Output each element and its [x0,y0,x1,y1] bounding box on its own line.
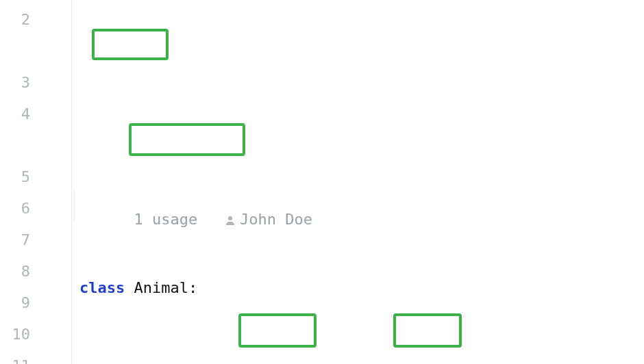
line-number: 8 [0,256,30,287]
colon: : [188,279,197,296]
author-annotation[interactable]: John Doe [225,211,312,228]
line-number: 7 [0,224,30,256]
line-number: 10 [0,319,30,350]
line-number: 2 [0,4,30,36]
line-number: 11 [0,350,30,364]
line-number: 4 [0,99,30,130]
class-annotations: 1 usage John Doe [79,172,644,204]
gutter-separator [71,0,72,364]
gutter: 2 3 4 5 6 7 8 9 10 11 [0,0,49,364]
keyword-class: class [79,279,125,296]
gutter-spacer [0,36,30,67]
code-line[interactable]: class Animal: [79,272,644,304]
line-number: 9 [0,287,30,319]
svg-point-0 [228,216,232,220]
code-editor[interactable]: 2 3 4 5 6 7 8 9 10 11 1 usage John Doe c… [0,0,644,364]
line-number: 3 [0,67,30,99]
code-area[interactable]: 1 usage John Doe class Animal: John Doe … [49,0,644,364]
line-number: 5 [0,161,30,193]
person-icon [225,205,236,237]
indent-guide [74,190,75,222]
code-line[interactable] [79,73,644,104]
gutter-spacer [0,130,30,161]
usage-hint[interactable]: 1 usage [134,211,197,228]
author-name: John Doe [240,211,312,228]
class-name: Animal [134,279,188,296]
line-number: 6 [0,193,30,224]
